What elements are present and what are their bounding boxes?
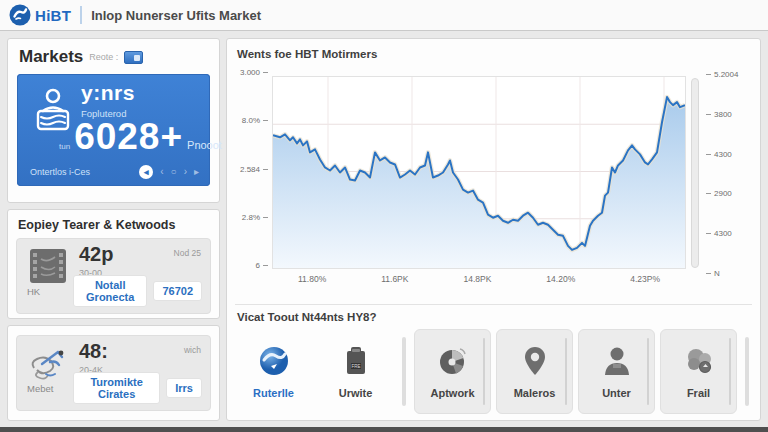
page-title: Inlop Nunerser Ufits Market — [91, 8, 261, 23]
stat-value-prefix: tun — [59, 142, 70, 151]
axis-tick-label: 4300 — [706, 150, 732, 159]
axis-tick-label: 3800 — [706, 110, 732, 119]
mebet-primary-button[interactable]: Turomikte Cirates — [73, 372, 160, 404]
axis-tick-label: 3.000 — [240, 68, 268, 77]
axis-tick-label: 2.8% — [242, 213, 268, 222]
person-icon — [600, 344, 634, 382]
axis-tick-label: 11.80% — [298, 274, 326, 284]
vertical-separator — [402, 337, 406, 406]
brand-logo-icon — [9, 4, 31, 26]
markets-panel: Markets Reote : y:nrs Fopluterod — [7, 38, 220, 203]
mebet-panel: 48: 20-4K wich Mebet Turomikte Cirates I… — [7, 325, 220, 421]
clipboard-icon: FRE — [339, 344, 373, 382]
chevron-right-icon[interactable]: › — [184, 167, 187, 177]
axis-tick-label: 2.584 — [240, 165, 268, 174]
arrow-left-circle-icon[interactable]: ◂ — [139, 165, 153, 179]
axis-tick-label: 6 — [256, 261, 268, 270]
mebet-actions-row: Mebet Turomikte Cirates Irrs — [27, 372, 202, 404]
carousel-pager: ◂‹○›▸ — [139, 165, 199, 179]
action-item-ruterlle[interactable]: Ruterlle — [235, 329, 312, 414]
mebet-card: 48: 20-4K wich Mebet Turomikte Cirates I… — [16, 335, 211, 411]
equity-value: 42p — [79, 243, 113, 266]
axis-tick-label: 4.23P% — [630, 274, 660, 284]
actions-row: RuterlleFREUrwiteAptworkMalerosUnterFrai… — [235, 329, 752, 414]
stat-card-title: y:nrs — [81, 81, 135, 105]
main-panel: Wents foe HBT Motirmers 3.0008.0%2.5842.… — [226, 38, 761, 421]
stat-value-suffix: Pnooot — [187, 139, 222, 151]
markets-thumbnail-icon — [124, 51, 143, 64]
brand-name: HiBT — [35, 7, 71, 24]
mebet-label: Mebet — [27, 383, 67, 394]
action-item-urwite[interactable]: FREUrwite — [317, 329, 394, 414]
svg-text:FRE: FRE — [351, 364, 360, 369]
action-item-label: Frail — [687, 387, 710, 399]
equity-label: HK — [27, 286, 67, 297]
globe-icon — [257, 344, 291, 382]
chart-svg — [273, 77, 685, 268]
chart-plot-area — [272, 76, 686, 269]
x-axis: 11.80%11.6PK14.8PK14.20%4.23P% — [272, 274, 686, 284]
chart-title: Wents foe HBT Motirmers — [235, 47, 752, 64]
equity-primary-button[interactable]: Notall Gronecta — [73, 275, 147, 307]
axis-tick-label: 8.0% — [242, 116, 268, 125]
markets-header: Markets Reote : — [17, 45, 210, 71]
vertical-separator — [745, 337, 749, 406]
map-pin-icon — [518, 344, 552, 382]
stat-footnote: Ontertlos i-Ces — [30, 167, 90, 177]
equity-card: 42p 30-00 Nod 25 HK Notall Gronecta 7670… — [16, 238, 211, 314]
area-chart: 3.0008.0%2.5842.8%6 5.200438004300290043… — [235, 64, 752, 300]
stat-value: 6028+ — [74, 118, 183, 155]
markets-title: Markets — [19, 47, 83, 67]
action-item-label: Ruterlle — [253, 387, 294, 399]
content-area: Markets Reote : y:nrs Fopluterod — [0, 32, 768, 427]
circle-icon[interactable]: ○ — [171, 167, 177, 177]
pie-chart-icon — [436, 344, 470, 382]
app-header: HiBT Inlop Nunerser Ufits Market — [0, 0, 768, 31]
axis-tick-label: 4300 — [706, 229, 732, 238]
equity-secondary-button[interactable]: 76702 — [153, 281, 202, 301]
action-item-frail[interactable]: Frail — [660, 329, 737, 414]
axis-tick-label: 2900 — [706, 189, 732, 198]
axis-tick-label: 14.20% — [546, 274, 575, 284]
header-divider — [80, 6, 82, 24]
equity-panel-title: Eopiey Tearer & Ketwoods — [16, 216, 211, 238]
chevron-left-icon[interactable]: ‹ — [160, 167, 163, 177]
sidebar: Markets Reote : y:nrs Fopluterod — [7, 38, 220, 421]
y-axis-right: 5.20043800430029004300N — [706, 70, 752, 278]
cloud-icon — [682, 344, 716, 382]
mebet-note: wich — [184, 345, 201, 355]
section-divider — [235, 304, 752, 305]
stat-card-footer: Ontertlos i-Ces ◂‹○›▸ — [30, 165, 199, 179]
axis-tick-label: 11.6PK — [381, 274, 408, 284]
action-item-label: Maleros — [514, 387, 556, 399]
app-window: HiBT Inlop Nunerser Ufits Market Markets… — [0, 0, 768, 432]
equity-panel: Eopiey Tearer & Ketwoods 42p 30-00 — [7, 209, 220, 319]
action-item-maleros[interactable]: Maleros — [496, 329, 573, 414]
equity-note: Nod 25 — [174, 248, 201, 258]
mebet-secondary-button[interactable]: Irrs — [166, 378, 202, 398]
stat-value-row: tun 6028+ Pnooot — [59, 118, 222, 155]
action-item-unter[interactable]: Unter — [578, 329, 655, 414]
action-item-label: Unter — [602, 387, 631, 399]
mebet-value: 48: — [79, 340, 108, 363]
y-axis-left: 3.0008.0%2.5842.8%6 — [235, 68, 268, 270]
axis-tick-label: 14.8PK — [463, 274, 491, 284]
axis-tick-label: 5.2004 — [706, 70, 738, 79]
bottom-taskbar-strip — [0, 427, 768, 432]
play-right-icon[interactable]: ▸ — [194, 167, 199, 177]
action-item-label: Aptwork — [431, 387, 475, 399]
y-axis-scroll-track[interactable] — [691, 78, 699, 268]
actions-title: Vicat Toout Nt44nts HY8? — [235, 311, 752, 329]
equity-actions-row: HK Notall Gronecta 76702 — [27, 275, 202, 307]
action-item-label: Urwite — [339, 387, 373, 399]
markets-subtitle: Reote : — [89, 52, 118, 62]
markets-stat-card[interactable]: y:nrs Fopluterod tun 6028+ Pnooot Ontert… — [17, 74, 210, 186]
axis-tick-label: N — [706, 269, 720, 278]
action-item-aptwork[interactable]: Aptwork — [414, 329, 491, 414]
